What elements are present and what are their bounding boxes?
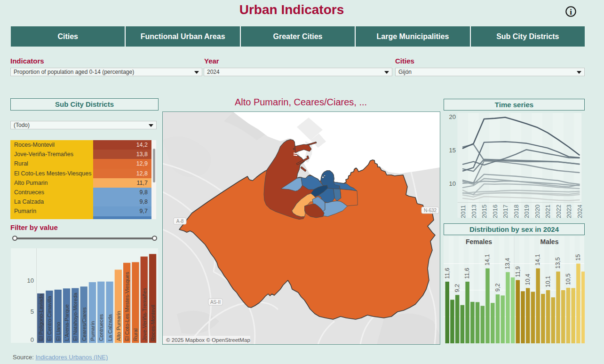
svg-text:10,1: 10,1 xyxy=(545,276,551,287)
svg-text:2018: 2018 xyxy=(513,205,520,218)
svg-text:10,4: 10,4 xyxy=(525,274,531,285)
svg-text:0: 0 xyxy=(31,336,34,343)
svg-text:11,6: 11,6 xyxy=(464,268,470,278)
svg-text:9,2: 9,2 xyxy=(494,284,501,292)
svg-text:Roces-Montevil: Roces-Montevil xyxy=(150,305,156,341)
svg-text:El Centro-Cimavilla: El Centro-Cimavilla xyxy=(47,295,52,341)
svg-text:Rural: Rural xyxy=(133,328,138,341)
svg-text:15: 15 xyxy=(575,254,581,261)
svg-text:i: i xyxy=(570,8,572,16)
svg-text:La Calzada: La Calzada xyxy=(107,314,113,341)
svg-text:2013: 2013 xyxy=(470,205,477,218)
svg-text:N-632: N-632 xyxy=(424,208,437,213)
svg-text:2024: 2024 xyxy=(576,205,583,218)
svg-text:11,6: 11,6 xyxy=(444,268,451,278)
svg-text:El Llano: El Llano xyxy=(56,322,61,341)
svg-text:El Polígono-Laviada: El Polígono-Laviada xyxy=(38,293,44,341)
svg-text:5: 5 xyxy=(31,308,34,315)
svg-text:Males: Males xyxy=(540,238,559,245)
svg-text:10: 10 xyxy=(27,277,34,284)
svg-text:11,9: 11,9 xyxy=(515,266,521,277)
svg-text:2023: 2023 xyxy=(565,205,572,218)
svg-text:El Natahoyo-Moreda: El Natahoyo-Moreda xyxy=(72,293,78,341)
svg-text:2017: 2017 xyxy=(502,205,509,218)
svg-text:14,1: 14,1 xyxy=(484,254,491,265)
svg-text:L'Arena-Parque: L'Arena-Parque xyxy=(64,304,70,341)
svg-text:2011: 2011 xyxy=(460,205,467,218)
svg-text:2020: 2020 xyxy=(534,205,541,218)
svg-text:AS-II: AS-II xyxy=(210,300,221,305)
svg-text:A-8: A-8 xyxy=(176,219,184,224)
svg-text:Pumarín: Pumarín xyxy=(90,321,95,341)
svg-text:14,1: 14,1 xyxy=(534,254,541,265)
svg-text:13,5: 13,5 xyxy=(555,257,561,269)
svg-text:2021: 2021 xyxy=(544,205,551,218)
svg-text:2019: 2019 xyxy=(523,205,530,218)
svg-text:2016: 2016 xyxy=(492,205,499,218)
svg-text:20: 20 xyxy=(449,113,456,120)
svg-text:2022: 2022 xyxy=(555,205,562,218)
svg-text:Females: Females xyxy=(466,238,492,245)
svg-text:2015: 2015 xyxy=(481,205,488,218)
svg-text:El Coto-Les Mestes-Viesques: El Coto-Les Mestes-Viesques xyxy=(124,271,130,341)
svg-text:Ceares/Ciares: Ceares/Ciares xyxy=(81,307,87,341)
svg-text:9,2: 9,2 xyxy=(454,284,461,292)
svg-text:10,5: 10,5 xyxy=(565,274,572,285)
svg-text:Jove-Veriña-Tremañes: Jove-Veriña-Tremañes xyxy=(142,288,147,341)
svg-text:13,4: 13,4 xyxy=(504,258,511,269)
svg-text:15: 15 xyxy=(449,147,456,154)
svg-text:Alto Pumarin: Alto Pumarin xyxy=(116,311,121,341)
svg-text:Contrueces: Contrueces xyxy=(98,314,104,341)
svg-text:© 2025 Mapbox © OpenStreetMap: © 2025 Mapbox © OpenStreetMap xyxy=(166,337,250,343)
svg-text:10: 10 xyxy=(449,180,456,187)
